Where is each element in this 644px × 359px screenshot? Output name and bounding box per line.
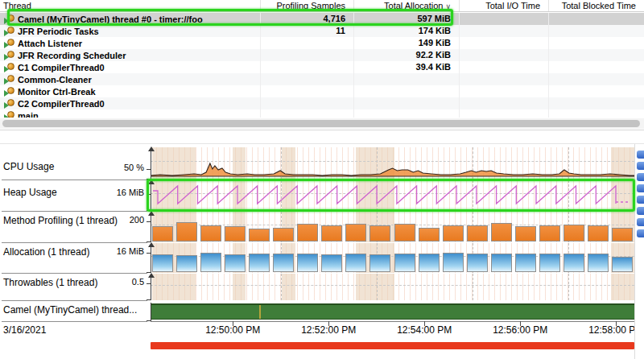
activity-band xyxy=(233,274,246,300)
method-profiling-bar xyxy=(394,224,415,241)
plot-area[interactable] xyxy=(151,212,634,242)
mid-gridline xyxy=(151,256,634,257)
blocked-time-cell xyxy=(549,85,644,97)
allocation-bar xyxy=(152,254,173,272)
table-row[interactable]: JFR Periodic Tasks11174 KiB xyxy=(0,25,644,37)
chart-row-bars_blue[interactable] xyxy=(151,243,634,273)
plot-area[interactable] xyxy=(151,147,634,180)
thread-name: Attach Listener xyxy=(18,39,82,48)
chart-tool-icon[interactable] xyxy=(637,184,644,192)
blocked-time-cell xyxy=(549,49,644,61)
table-row[interactable]: Common-Cleaner xyxy=(0,73,644,85)
column-header-thread[interactable]: Thread xyxy=(0,0,261,11)
timeline-row-label: Allocation (1 thread) xyxy=(3,246,89,258)
date-label: 3/16/2021 xyxy=(3,324,46,336)
method-profiling-bar xyxy=(491,223,512,241)
chart-tool-icon[interactable] xyxy=(637,162,644,170)
axis-arrow-icon xyxy=(148,211,155,216)
chart-row-heap[interactable] xyxy=(151,180,634,211)
chart-tool-icon[interactable] xyxy=(637,151,644,159)
column-header-profiling-samples[interactable]: Profiling Samples xyxy=(261,0,354,11)
method-profiling-bar xyxy=(200,225,221,241)
method-profiling-bar xyxy=(297,224,318,241)
row-separator xyxy=(2,300,147,301)
allocation-cell: 149 KiB xyxy=(354,37,460,49)
chart-row-bars_orange[interactable] xyxy=(151,212,634,242)
io-time-cell xyxy=(460,37,549,49)
column-header-total-blocked-time[interactable]: Total Blocked Time xyxy=(549,0,644,11)
plot-area[interactable] xyxy=(151,301,634,321)
io-time-cell xyxy=(460,13,549,25)
sort-descending-icon: ∨ xyxy=(445,2,451,10)
table-row[interactable]: C1 CompilerThread039.4 KiB xyxy=(0,61,644,73)
row-separator xyxy=(2,321,147,322)
heap-usage-chart xyxy=(151,180,634,211)
method-profiling-bar xyxy=(588,225,609,241)
plot-area[interactable] xyxy=(151,274,634,300)
vertical-axis xyxy=(151,245,151,273)
axis-tick xyxy=(147,320,151,321)
thread-name: C1 CompilerThread0 xyxy=(18,63,105,72)
axis-tick xyxy=(147,299,151,300)
io-time-cell xyxy=(460,49,549,61)
horizontal-scrollbar[interactable] xyxy=(0,118,644,129)
chart-row-empty[interactable] xyxy=(151,274,634,300)
chart-row-thread_span[interactable] xyxy=(151,301,634,321)
chart-tool-icon[interactable] xyxy=(637,196,644,204)
thread-name-cell: Monitor Ctrl-Break xyxy=(0,85,261,97)
allocation-bar xyxy=(321,254,342,272)
chart-tool-icon[interactable] xyxy=(637,173,644,181)
table-row[interactable]: main xyxy=(0,109,644,118)
io-time-cell xyxy=(460,25,549,37)
thread-name: C2 CompilerThread0 xyxy=(18,99,105,109)
thread-icon xyxy=(4,111,15,118)
table-row[interactable]: Attach Listener149 KiB xyxy=(0,37,644,49)
thread-activity-bar[interactable] xyxy=(151,303,634,320)
timeline-row-label: Method Profiling (1 thread) xyxy=(3,215,118,226)
samples-cell: 11 xyxy=(261,25,354,37)
table-row[interactable]: Camel (MyTinyCamel) thread #0 - timer://… xyxy=(0,13,644,25)
chart-row-cpu[interactable] xyxy=(151,147,634,180)
thread-orb-icon xyxy=(7,27,14,34)
thread-orb-icon xyxy=(7,111,14,118)
samples-cell xyxy=(261,73,354,85)
io-time-cell xyxy=(460,61,549,73)
method-profiling-bar xyxy=(249,229,270,241)
axis-tick-label: 200 xyxy=(130,215,144,225)
thread-name-cell: JFR Recording Scheduler xyxy=(0,49,261,61)
column-header-total-allocation[interactable]: Total Allocation∨ xyxy=(354,0,460,11)
chart-tool-icon[interactable] xyxy=(637,218,644,226)
plot-area[interactable] xyxy=(151,180,634,211)
allocation-bar xyxy=(273,254,294,272)
table-row[interactable]: C2 CompilerThread0 xyxy=(0,97,644,109)
table-row[interactable]: Monitor Ctrl-Break xyxy=(0,85,644,97)
axis-tick xyxy=(147,283,151,284)
method-profiling-bar xyxy=(345,224,366,241)
axis-tick-label: 16 MiB xyxy=(117,246,144,256)
plot-area[interactable] xyxy=(151,243,634,273)
chart-tool-icon[interactable] xyxy=(637,229,644,237)
blocked-time-cell xyxy=(549,73,644,85)
chart-tool-icon[interactable] xyxy=(637,207,644,215)
vertical-axis xyxy=(151,213,151,242)
io-time-cell xyxy=(460,73,549,85)
table-body: Camel (MyTinyCamel) thread #0 - timer://… xyxy=(0,13,644,118)
allocation-bar xyxy=(443,253,464,272)
axis-tick xyxy=(147,169,151,170)
event-marker xyxy=(259,305,261,319)
vertical-axis xyxy=(151,303,151,321)
allocation-cell: 174 KiB xyxy=(354,25,460,37)
column-header-label: Profiling Samples xyxy=(276,1,345,10)
scrollbar-thumb[interactable] xyxy=(2,120,640,127)
samples-cell xyxy=(261,49,354,61)
timeline-selection-bar[interactable] xyxy=(151,342,634,349)
column-header-total-i-o-time[interactable]: Total I/O Time xyxy=(460,0,549,11)
table-row[interactable]: JFR Recording Scheduler92.2 KiB xyxy=(0,49,644,61)
thread-name: Common-Cleaner xyxy=(18,75,92,85)
activity-band xyxy=(282,274,295,300)
thread-orb-icon xyxy=(7,99,14,106)
io-time-cell xyxy=(460,109,549,118)
allocation-bar xyxy=(588,254,609,272)
column-header-label: Total Allocation xyxy=(384,1,443,10)
thread-icon xyxy=(4,14,15,24)
